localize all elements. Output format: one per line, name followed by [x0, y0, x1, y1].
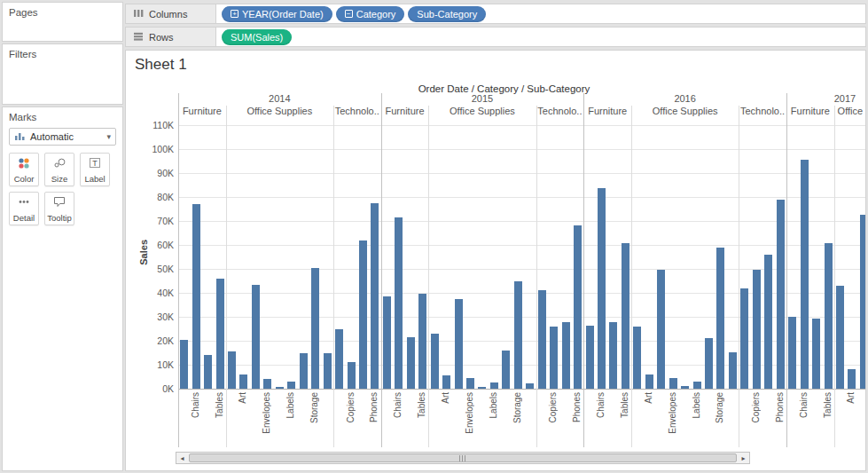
bar-2014-paper[interactable]	[300, 353, 308, 389]
horizontal-scrollbar[interactable]: ◂ ▸	[176, 452, 750, 464]
bar-2015-accessories[interactable]	[538, 290, 546, 389]
category-header-2016: Furniture	[583, 106, 631, 117]
columns-pills: + YEAR(Order Date) − Category Sub-Catego…	[216, 4, 486, 23]
bar-2016-appliances[interactable]	[633, 327, 641, 389]
pill-label: Sub-Category	[417, 9, 477, 20]
bar-2014-envelopes[interactable]	[263, 379, 271, 389]
tooltip-button[interactable]: Tooltip	[44, 192, 74, 225]
x-axis-label-storage: Storage	[715, 392, 726, 423]
bar-2016-supplies[interactable]	[729, 352, 737, 389]
gridline-10K	[178, 365, 866, 366]
bar-2016-furnishings[interactable]	[609, 322, 617, 390]
bar-2014-machines[interactable]	[359, 240, 367, 389]
bar-2014-appliances[interactable]	[228, 351, 236, 389]
x-axis-label-phones: Phones	[572, 392, 583, 422]
bar-2016-chairs[interactable]	[598, 188, 606, 390]
bar-2016-storage[interactable]	[716, 248, 724, 389]
category-separator	[226, 106, 227, 447]
color-button[interactable]: Color	[9, 153, 39, 186]
bar-2016-tables[interactable]	[622, 243, 629, 389]
rows-shelf[interactable]: Rows SUM(Sales)	[125, 27, 866, 47]
pill-year-order-date[interactable]: + YEAR(Order Date)	[222, 6, 332, 22]
bar-2014-tables[interactable]	[216, 279, 224, 389]
bar-2017-appliances[interactable]	[836, 286, 844, 389]
size-button[interactable]: Size	[44, 153, 74, 186]
bar-2014-binders[interactable]	[252, 285, 260, 389]
mark-type-dropdown[interactable]: Automatic ▾	[9, 128, 116, 146]
year-separator	[381, 93, 382, 447]
bar-2014-bookcases[interactable]	[180, 340, 188, 389]
collapse-icon[interactable]: −	[345, 10, 353, 18]
bar-2014-furnishings[interactable]	[204, 355, 212, 389]
mark-type-value: Automatic	[30, 131, 102, 142]
bar-2016-phones[interactable]	[777, 200, 785, 389]
label-button-label: Label	[84, 174, 105, 184]
bar-2014-supplies[interactable]	[324, 353, 332, 389]
bar-2014-chairs[interactable]	[192, 204, 200, 389]
bar-2016-fasteners[interactable]	[681, 386, 689, 389]
bar-2017-tables[interactable]	[825, 243, 833, 389]
scroll-right-arrow[interactable]: ▸	[738, 453, 749, 463]
bar-2014-art[interactable]	[239, 374, 247, 389]
bar-2017-bookcases[interactable]	[788, 317, 796, 389]
bar-2014-accessories[interactable]	[335, 329, 343, 389]
bar-2016-binders[interactable]	[657, 270, 665, 389]
detail-button[interactable]: Detail	[9, 192, 39, 225]
bar-2015-phones[interactable]	[574, 225, 582, 389]
y-axis-tick: 50K	[149, 264, 174, 274]
y-axis-tick: 10K	[149, 359, 174, 370]
x-axis-label-tables: Tables	[823, 392, 834, 418]
bar-2015-fasteners[interactable]	[478, 387, 486, 389]
detail-button-label: Detail	[13, 213, 35, 223]
bar-2016-art[interactable]	[645, 374, 653, 389]
bar-2015-copiers[interactable]	[550, 327, 558, 389]
bar-2014-storage[interactable]	[311, 268, 319, 389]
marks-title: Marks	[3, 107, 122, 125]
bar-2017-chairs[interactable]	[801, 160, 809, 389]
bar-2015-supplies[interactable]	[526, 383, 534, 389]
scrollbar-track[interactable]	[188, 453, 738, 463]
scrollbar-thumb[interactable]	[189, 453, 737, 462]
marks-panel: Marks Automatic ▾ Color Size	[2, 106, 123, 471]
bar-2014-labels[interactable]	[287, 382, 295, 389]
bar-2015-appliances[interactable]	[431, 334, 439, 389]
tableau-workspace: Pages Filters Marks Automatic ▾ Color	[0, 0, 868, 473]
bar-2016-machines[interactable]	[764, 255, 772, 389]
gridline-100K	[178, 149, 866, 150]
pill-sum-sales[interactable]: SUM(Sales)	[222, 29, 292, 45]
bar-2015-paper[interactable]	[502, 351, 510, 389]
bar-2015-art[interactable]	[442, 375, 450, 389]
x-axis-label-chairs: Chairs	[393, 392, 404, 418]
bar-2017-binders[interactable]	[860, 215, 866, 389]
bar-2016-accessories[interactable]	[740, 288, 748, 389]
pages-panel[interactable]: Pages	[2, 2, 123, 42]
bar-2014-phones[interactable]	[371, 203, 379, 389]
bar-2017-furnishings[interactable]	[812, 319, 820, 389]
label-button[interactable]: T Label	[80, 153, 110, 186]
bar-2015-storage[interactable]	[514, 281, 522, 389]
bar-2015-furnishings[interactable]	[407, 337, 415, 389]
bar-2015-labels[interactable]	[490, 382, 498, 389]
bar-2015-envelopes[interactable]	[466, 378, 474, 389]
expand-icon[interactable]: +	[231, 10, 239, 18]
bar-2014-copiers[interactable]	[348, 362, 356, 389]
columns-shelf[interactable]: Columns + YEAR(Order Date) − Category Su…	[125, 4, 866, 24]
bar-2016-envelopes[interactable]	[669, 378, 677, 389]
bar-2014-fasteners[interactable]	[276, 387, 284, 389]
scroll-left-arrow[interactable]: ◂	[176, 453, 188, 463]
tooltip-button-label: Tooltip	[47, 213, 71, 223]
bar-2016-labels[interactable]	[693, 382, 701, 389]
bar-2016-bookcases[interactable]	[586, 326, 594, 389]
bar-2015-machines[interactable]	[562, 322, 570, 390]
bar-2015-binders[interactable]	[455, 299, 463, 389]
pill-sub-category[interactable]: Sub-Category	[408, 6, 486, 22]
bar-2016-paper[interactable]	[705, 338, 713, 389]
filters-panel[interactable]: Filters	[2, 43, 123, 105]
pill-category[interactable]: − Category	[336, 6, 405, 22]
bar-2016-copiers[interactable]	[753, 270, 761, 389]
bar-2015-tables[interactable]	[418, 294, 426, 389]
bar-2015-bookcases[interactable]	[383, 296, 391, 389]
bar-2015-chairs[interactable]	[395, 217, 403, 389]
gridline-30K	[178, 317, 866, 318]
bar-2017-art[interactable]	[848, 369, 856, 389]
